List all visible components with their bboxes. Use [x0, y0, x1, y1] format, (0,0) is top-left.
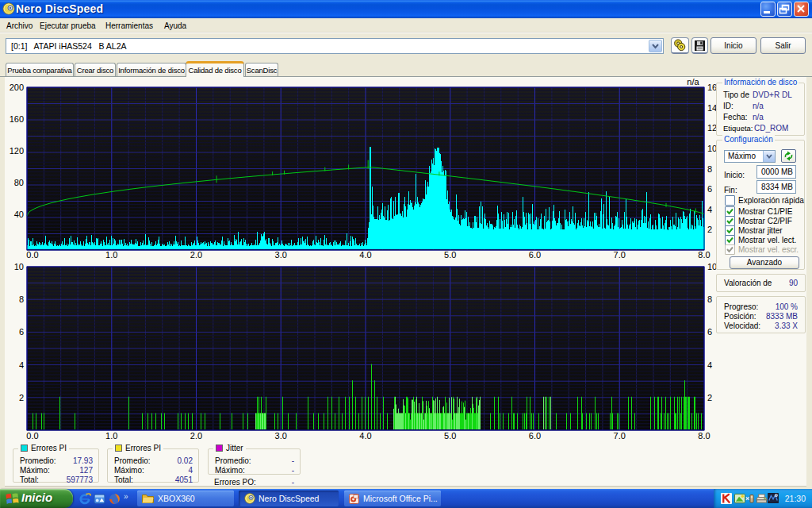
- svg-text:1.0: 1.0: [105, 431, 117, 441]
- svg-text:7.0: 7.0: [614, 250, 626, 260]
- svg-text:160: 160: [10, 114, 24, 124]
- svg-text:n/a: n/a: [687, 77, 699, 87]
- svg-text:4: 4: [19, 360, 24, 370]
- svg-text:1.0: 1.0: [105, 250, 117, 260]
- svg-text:6: 6: [19, 327, 24, 337]
- svg-text:6: 6: [707, 327, 712, 337]
- svg-text:8: 8: [19, 294, 24, 304]
- svg-text:4: 4: [707, 360, 712, 370]
- svg-text:5.0: 5.0: [444, 250, 456, 260]
- svg-text:8: 8: [707, 164, 712, 174]
- svg-text:10: 10: [14, 262, 24, 271]
- svg-text:0.0: 0.0: [26, 431, 38, 441]
- svg-text:2: 2: [19, 393, 24, 402]
- svg-text:5.0: 5.0: [444, 431, 456, 441]
- svg-text:4.0: 4.0: [359, 431, 371, 441]
- svg-text:2: 2: [707, 225, 712, 234]
- svg-text:40: 40: [14, 210, 24, 219]
- svg-text:8.0: 8.0: [698, 431, 710, 441]
- svg-text:4: 4: [707, 205, 712, 214]
- svg-text:2.0: 2.0: [190, 250, 202, 260]
- svg-text:6.0: 6.0: [529, 250, 541, 260]
- svg-text:8.0: 8.0: [698, 250, 710, 260]
- svg-text:3.0: 3.0: [275, 431, 287, 441]
- svg-text:6: 6: [707, 184, 712, 194]
- svg-text:200: 200: [10, 83, 24, 92]
- svg-text:2: 2: [707, 393, 712, 402]
- svg-text:7.0: 7.0: [614, 431, 626, 441]
- svg-text:6.0: 6.0: [529, 431, 541, 441]
- svg-text:80: 80: [14, 178, 24, 187]
- svg-text:4.0: 4.0: [359, 250, 371, 260]
- svg-text:120: 120: [10, 146, 24, 156]
- svg-text:8: 8: [707, 294, 712, 304]
- svg-text:2.0: 2.0: [190, 431, 202, 441]
- svg-text:3.0: 3.0: [275, 250, 287, 260]
- svg-text:0.0: 0.0: [26, 250, 38, 260]
